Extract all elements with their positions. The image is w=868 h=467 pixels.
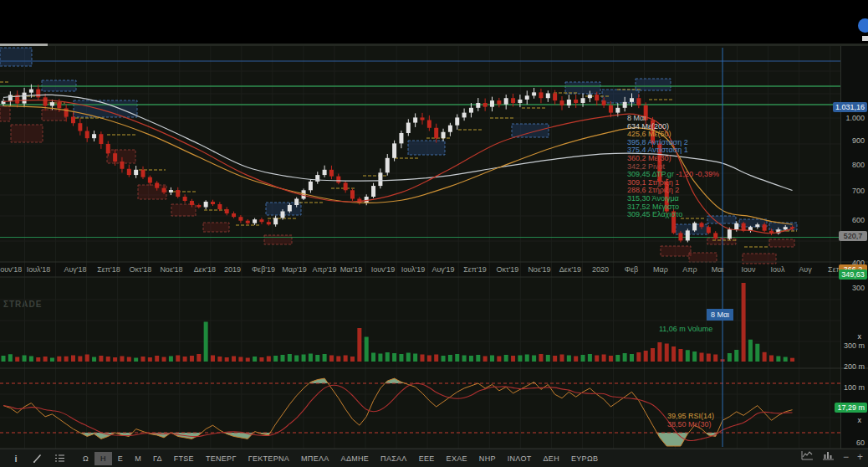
price-axis-tick: 800 bbox=[831, 161, 865, 169]
volume-legend: 11,06 m Volume bbox=[659, 325, 712, 333]
volume-pane-close-icon[interactable]: x bbox=[858, 332, 862, 341]
volume-value-badge: 17,29 m bbox=[835, 403, 867, 413]
time-axis-label: Ιουλ'18 bbox=[20, 265, 57, 274]
app-notification-icon[interactable] bbox=[858, 18, 868, 33]
toolbar-item-πασαλ[interactable]: ΠΑΣΑΛ bbox=[375, 452, 413, 465]
price-axis-tick: 900 bbox=[831, 136, 865, 145]
zoom-out-button[interactable]: − bbox=[843, 451, 849, 463]
volume-axis-tick: 200 m bbox=[831, 362, 865, 371]
time-axis-label: Αυγ'18 bbox=[57, 265, 94, 274]
toolbar-item-τενεργ[interactable]: ΤΕΝΕΡΓ bbox=[200, 452, 243, 465]
window-edge-chip bbox=[862, 36, 868, 41]
toolbar-item-ω[interactable]: Ω bbox=[77, 452, 94, 465]
rsi-legend: 39,95 RSI(14) bbox=[667, 412, 714, 420]
toolbar-item-ε[interactable]: Ε bbox=[112, 452, 129, 465]
toolbar-item-δεη[interactable]: ΔΕΗ bbox=[538, 452, 565, 465]
last-price-badge: 349,63 bbox=[839, 269, 867, 280]
toolbar-item-ινλοτ[interactable]: ΙΝΛΟΤ bbox=[502, 452, 538, 465]
crosshair-date-badge: 8 Μαι bbox=[707, 309, 733, 321]
time-axis-label: Σεπ'19 bbox=[457, 265, 493, 274]
price-axis-tick: 1.000 bbox=[831, 114, 865, 122]
toolbar-item-αδμηε[interactable]: ΑΔΜΗΕ bbox=[335, 452, 375, 465]
trading-app-window: ΣTRADE 1.000900800700600400300 300 m200 … bbox=[0, 0, 868, 467]
toolbar-item-ευρωβ[interactable]: ΕΥΡΩΒ bbox=[565, 452, 604, 465]
chart-controls: − + bbox=[801, 450, 863, 463]
toolbar-item-εχαε[interactable]: ΕΧΑΕ bbox=[441, 452, 473, 465]
time-axis-label: Νοε'18 bbox=[153, 265, 190, 274]
toolbar-item-νηρ[interactable]: ΝΗΡ bbox=[473, 452, 502, 465]
ma200-value-badge: 520,7 bbox=[839, 231, 867, 241]
bar-chart-icon[interactable] bbox=[822, 450, 835, 463]
toolbar-item-γδ[interactable]: ΓΔ bbox=[147, 452, 168, 465]
price-axis-tick: 600 bbox=[831, 216, 865, 224]
alert-level-badge: 1.031,16 bbox=[833, 102, 867, 112]
volume-axis-tick: 300 m bbox=[831, 341, 865, 350]
rsi-pane-close-icon[interactable]: x bbox=[858, 416, 862, 424]
bottom-toolbar: i ΩΗΕΜΓΔFTSEΤΕΝΕΡΓΓΕΚΤΕΡΝΑΜΠΕΛΑΑΔΜΗΕΠΑΣΑ… bbox=[0, 449, 868, 467]
zoom-in-button[interactable]: + bbox=[857, 451, 863, 463]
toolbar-item-εεε[interactable]: ΕΕΕ bbox=[413, 452, 441, 465]
rsi-axis-tick: 60 bbox=[831, 439, 865, 447]
draw-icon[interactable] bbox=[32, 453, 43, 464]
legend-line: 309,45 Ελάχιστο bbox=[627, 211, 719, 219]
indicator-legend: 8 Μαι634 Με(200)425,6 Με(50)395,8 Αντίστ… bbox=[627, 115, 719, 219]
line-chart-icon[interactable] bbox=[801, 450, 814, 463]
price-axis-tick: 700 bbox=[831, 187, 865, 195]
indicators-list-icon[interactable] bbox=[54, 453, 65, 464]
price-axis-tick: 300 bbox=[831, 284, 865, 292]
top-bar bbox=[0, 0, 868, 44]
toolbar-item-ftse[interactable]: FTSE bbox=[168, 452, 200, 465]
toolbar-item-μ[interactable]: Μ bbox=[129, 452, 147, 465]
toolbar-item-γεκτερνα[interactable]: ΓΕΚΤΕΡΝΑ bbox=[243, 452, 295, 465]
rsi-ma-legend: 38,50 Με(30) bbox=[667, 420, 712, 429]
ticker-buttons: ΩΗΕΜΓΔFTSEΤΕΝΕΡΓΓΕΚΤΕΡΝΑΜΠΕΛΑΑΔΜΗΕΠΑΣΑΛΕ… bbox=[77, 452, 604, 465]
price-volume-rsi-chart[interactable] bbox=[0, 46, 868, 449]
toolbar-item-μπελα[interactable]: ΜΠΕΛΑ bbox=[295, 452, 335, 465]
volume-axis-tick: 100 m bbox=[831, 383, 865, 392]
toolbar-item-η[interactable]: Η bbox=[94, 452, 112, 465]
info-icon[interactable]: i bbox=[10, 453, 22, 464]
